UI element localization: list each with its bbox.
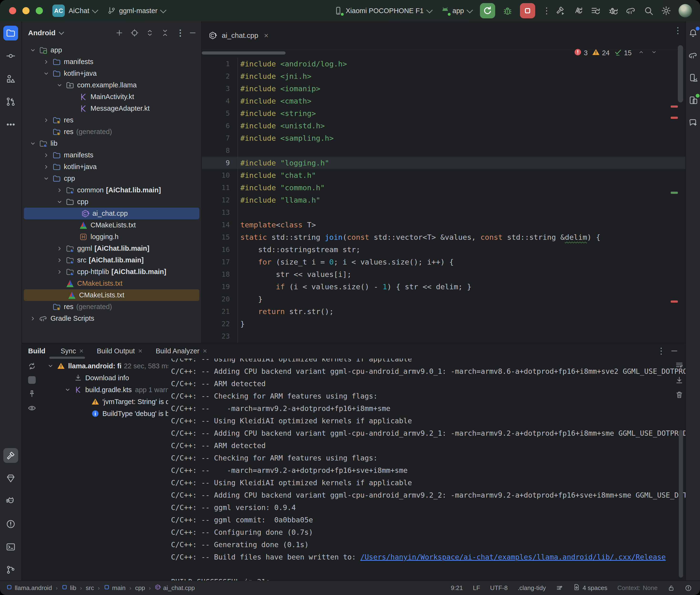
cursor-position[interactable]: 9:21 xyxy=(451,584,463,592)
code-line-10[interactable]: 10#include "chat.h" xyxy=(202,169,685,181)
more-tool-windows-button[interactable] xyxy=(3,117,18,132)
tab-sync[interactable]: Sync× xyxy=(54,347,90,355)
tree-item-logging-h[interactable]: logging.h xyxy=(22,231,201,243)
editor-tab-ai-chat-cpp[interactable]: ai_chat.cpp × xyxy=(202,22,276,50)
tree-item-cpp-httplib[interactable]: cpp-httplib[AiChat.lib.main] xyxy=(22,266,201,278)
tree-item-mainactivity-kt[interactable]: MainActivity.kt xyxy=(22,91,201,103)
tab-build-analyzer[interactable]: Build Analyzer× xyxy=(149,347,214,355)
close-tab-icon[interactable]: × xyxy=(203,347,207,355)
code-line-17[interactable]: 17 for (size_t i = 0; i < values.size();… xyxy=(202,256,685,268)
build-tool-button[interactable] xyxy=(3,448,18,463)
chevron-right-icon[interactable] xyxy=(41,58,52,65)
user-avatar[interactable] xyxy=(678,4,692,18)
project-options-button[interactable]: ⋮ xyxy=(176,30,182,35)
chevron-down-icon[interactable] xyxy=(28,47,38,54)
select-opened-file-icon[interactable] xyxy=(130,29,139,37)
tab-build-output[interactable]: Build Output× xyxy=(90,347,149,355)
tree-item-lib[interactable]: lib xyxy=(22,138,201,149)
commit-tool-button[interactable] xyxy=(3,49,18,63)
tree-item-kotlin-java[interactable]: kotlin+java xyxy=(22,161,201,173)
code-line-19[interactable]: 19 if (i < values.size() - 1) { str << d… xyxy=(202,281,685,293)
code-line-23[interactable]: 23 xyxy=(202,330,685,342)
code-line-9[interactable]: 9#include "logging.h" xyxy=(202,157,685,169)
debug-app-button[interactable] xyxy=(502,5,513,16)
error-stripe-mark[interactable] xyxy=(671,117,678,119)
inspections-widget[interactable]: 3 24 15 xyxy=(574,48,657,58)
tree-item-app[interactable]: app xyxy=(22,44,201,56)
line-separator[interactable]: LF xyxy=(473,584,480,592)
apply-changes-icon[interactable] xyxy=(573,5,583,16)
chevron-right-icon[interactable] xyxy=(54,187,65,194)
tree-item-cpp[interactable]: cpp xyxy=(22,173,201,184)
code-line-13[interactable]: 13 xyxy=(202,206,685,219)
branch-selector[interactable]: ggml-master xyxy=(107,6,165,15)
search-everywhere-icon[interactable] xyxy=(643,5,654,16)
chevron-down-icon[interactable] xyxy=(28,140,38,147)
close-window-button[interactable] xyxy=(9,7,16,14)
build-tree-item[interactable]: llama.android: fi22 sec, 583 ms xyxy=(42,360,168,372)
resource-manager-tool-button[interactable] xyxy=(3,72,18,86)
breadcrumb-item-ai-chat-cpp[interactable]: ai_chat.cpp xyxy=(155,584,195,592)
problems-tool-button[interactable] xyxy=(3,517,18,532)
code-line-6[interactable]: 6#include <unistd.h> xyxy=(202,119,685,132)
build-run-icon[interactable] xyxy=(555,5,566,16)
chevron-down-icon[interactable] xyxy=(62,386,73,393)
code-line-14[interactable]: 14template<class T> xyxy=(202,219,685,231)
chevron-down-icon[interactable] xyxy=(54,82,65,89)
code-line-21[interactable]: 21 return str.str(); xyxy=(202,305,685,318)
minimize-window-button[interactable] xyxy=(22,7,30,14)
formatter-icon[interactable] xyxy=(556,585,563,592)
chevron-down-icon[interactable] xyxy=(45,362,56,370)
editor-scrollbar-thumb[interactable] xyxy=(678,45,683,103)
close-tab-icon[interactable]: × xyxy=(79,347,84,355)
analysis-status-icon[interactable] xyxy=(685,585,692,592)
tree-item-common[interactable]: common[AiChat.lib.main] xyxy=(22,184,201,196)
chevron-down-icon[interactable] xyxy=(54,198,65,205)
code-line-16[interactable]: 16 std::ostringstream str; xyxy=(202,243,685,256)
tree-item-gradle-scripts[interactable]: Gradle Scripts xyxy=(22,313,201,324)
chevron-right-icon[interactable] xyxy=(54,268,65,276)
tab-scroll-thumb[interactable] xyxy=(202,51,286,55)
soft-wrap-icon[interactable] xyxy=(675,361,683,370)
code-line-22[interactable]: 22} xyxy=(202,318,685,330)
tree-item-ai-chat-cpp[interactable]: ai_chat.cpp xyxy=(24,208,199,219)
project-view-selector[interactable]: Android xyxy=(28,29,56,37)
lock-icon[interactable] xyxy=(668,585,675,592)
app-quality-insights-tool-button[interactable] xyxy=(3,471,18,486)
build-tree-item[interactable]: build.gradle.ktsapp 1 warning xyxy=(42,384,168,396)
expand-all-icon[interactable] xyxy=(145,29,154,37)
tree-item-res[interactable]: res xyxy=(22,114,201,126)
collapse-all-icon[interactable] xyxy=(161,29,169,37)
more-run-options-button[interactable]: ⋮ xyxy=(542,8,548,13)
project-selector[interactable]: AiChat xyxy=(68,7,97,15)
code-line-5[interactable]: 5#include <string> xyxy=(202,107,685,119)
tree-item-manifests[interactable]: manifests xyxy=(22,149,201,161)
chevron-right-icon[interactable] xyxy=(28,315,38,322)
version-control-tool-button[interactable] xyxy=(3,562,18,577)
previous-problem-icon[interactable] xyxy=(638,49,644,57)
build-tree-item[interactable]: Download info xyxy=(42,372,168,384)
pin-icon[interactable] xyxy=(28,390,36,398)
chevron-right-icon[interactable] xyxy=(41,163,52,170)
pull-requests-tool-button[interactable] xyxy=(3,94,18,109)
next-problem-icon[interactable] xyxy=(651,49,657,57)
add-icon[interactable] xyxy=(115,29,123,37)
breadcrumb-item-llama-android[interactable]: llama.android xyxy=(6,584,52,592)
breadcrumb-item-src[interactable]: src xyxy=(86,584,94,592)
tree-item-messageadapter-kt[interactable]: MessageAdapter.kt xyxy=(22,103,201,114)
tree-item-manifests[interactable]: manifests xyxy=(22,56,201,67)
stop-app-button[interactable] xyxy=(520,3,535,18)
chevron-right-icon[interactable] xyxy=(54,245,65,252)
attach-debugger-icon[interactable] xyxy=(608,5,619,16)
build-panel-title[interactable]: Build xyxy=(22,347,54,355)
terminal-tool-button[interactable] xyxy=(3,540,18,554)
tree-item-cmakelists-txt[interactable]: CMakeLists.txt xyxy=(24,289,199,301)
close-tab-icon[interactable]: × xyxy=(138,347,142,355)
code-line-20[interactable]: 20 } xyxy=(202,293,685,305)
chevron-down-icon[interactable] xyxy=(41,70,52,77)
code-line-4[interactable]: 4#include <cmath> xyxy=(202,95,685,107)
breadcrumb-item-cpp[interactable]: cpp xyxy=(135,584,145,592)
code-line-8[interactable]: 8 xyxy=(202,144,685,157)
rerun-app-button[interactable] xyxy=(480,3,495,18)
file-encoding[interactable]: UTF-8 xyxy=(490,584,508,592)
